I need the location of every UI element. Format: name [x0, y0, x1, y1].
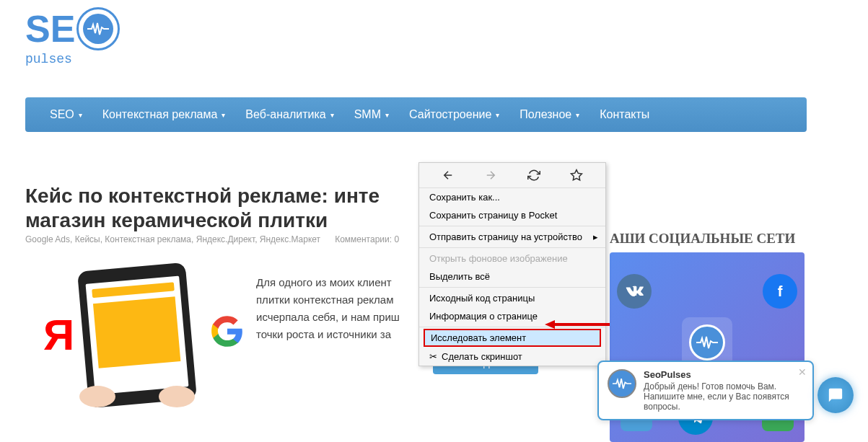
google-icon	[209, 314, 245, 350]
scissors-icon: ✂	[429, 351, 437, 362]
reload-icon[interactable]	[527, 169, 540, 182]
yandex-icon: Я	[43, 310, 74, 360]
divider	[419, 287, 605, 288]
browser-context-menu: Сохранить как... Сохранить страницу в Po…	[418, 162, 606, 366]
svg-point-1	[159, 386, 195, 407]
facebook-icon[interactable]: f	[763, 274, 797, 309]
vk-icon[interactable]	[617, 274, 652, 309]
chevron-down-icon: ▾	[576, 111, 579, 119]
chevron-down-icon: ▾	[496, 111, 499, 119]
logo-letter-e: E	[51, 7, 76, 50]
divider	[419, 226, 605, 226]
article-featured-image: Я	[43, 260, 245, 404]
chevron-down-icon: ▾	[222, 111, 225, 119]
close-icon[interactable]: ✕	[798, 366, 807, 378]
nav-useful[interactable]: Полезное▾	[509, 108, 589, 121]
logo-pulse-icon	[76, 7, 120, 50]
nav-smm[interactable]: SMM▾	[344, 108, 399, 121]
article-title[interactable]: Кейс по контекстной рекламе: инте магази…	[25, 184, 415, 232]
article-categories[interactable]: Google Ads, Кейсы, Контекстная реклама, …	[25, 234, 320, 244]
nav-site-building[interactable]: Сайтостроение▾	[399, 108, 509, 121]
ctx-open-bg-image: Открыть фоновое изображение	[419, 249, 605, 268]
chat-avatar	[608, 369, 636, 398]
chat-title: SeoPulses	[644, 369, 804, 380]
chevron-down-icon: ▾	[79, 111, 82, 119]
nav-seo[interactable]: SEO▾	[40, 108, 92, 121]
red-arrow-annotation	[545, 319, 610, 330]
nav-web-analytics[interactable]: Веб-аналитика▾	[235, 108, 343, 121]
hands-illustration	[76, 379, 198, 407]
forward-icon[interactable]	[484, 169, 497, 182]
divider	[419, 247, 605, 248]
nav-contacts[interactable]: Контакты	[589, 108, 659, 121]
ctx-save-as[interactable]: Сохранить как...	[419, 188, 605, 206]
context-menu-toolbar	[419, 163, 605, 188]
logo-subtitle: pulses	[25, 52, 72, 66]
chevron-down-icon: ▾	[385, 111, 389, 119]
article-meta: Google Ads, Кейсы, Контекстная реклама, …	[25, 234, 399, 244]
svg-point-0	[79, 386, 115, 407]
chat-launcher-button[interactable]	[817, 377, 854, 413]
logo-letter-s: S	[25, 7, 51, 50]
chat-popup: ✕ SeoPulses Добрый день! Готов помочь Ва…	[597, 361, 814, 420]
ctx-view-source[interactable]: Исходный код страницы	[419, 289, 605, 307]
ctx-take-screenshot[interactable]: ✂ Сделать скриншот	[419, 348, 605, 366]
nav-context-ads[interactable]: Контекстная реклама▾	[92, 108, 236, 121]
back-icon[interactable]	[442, 169, 455, 182]
chat-message: Добрый день! Готов помочь Вам. Напишите …	[644, 381, 804, 412]
article-excerpt: Для одного из моих клиент плитки контекс…	[256, 274, 422, 343]
sidebar-social-title: АШИ СОЦИАЛЬНЫЕ СЕТИ	[610, 231, 795, 247]
ctx-send-to-device[interactable]: Отправить страницу на устройство▸	[419, 228, 605, 246]
ctx-save-pocket[interactable]: Сохранить страницу в Pocket	[419, 206, 605, 224]
svg-marker-3	[545, 320, 555, 329]
ctx-select-all[interactable]: Выделить всё	[419, 268, 605, 286]
site-logo[interactable]: S E	[25, 7, 120, 50]
main-navbar: SEO▾ Контекстная реклама▾ Веб-аналитика▾…	[25, 97, 807, 132]
chevron-right-icon: ▸	[593, 231, 598, 242]
article-comments[interactable]: Комментарии: 0	[335, 234, 399, 244]
ctx-inspect-element[interactable]: Исследовать элемент	[424, 329, 601, 347]
bookmark-icon[interactable]	[570, 169, 583, 182]
chevron-down-icon: ▾	[330, 111, 334, 119]
